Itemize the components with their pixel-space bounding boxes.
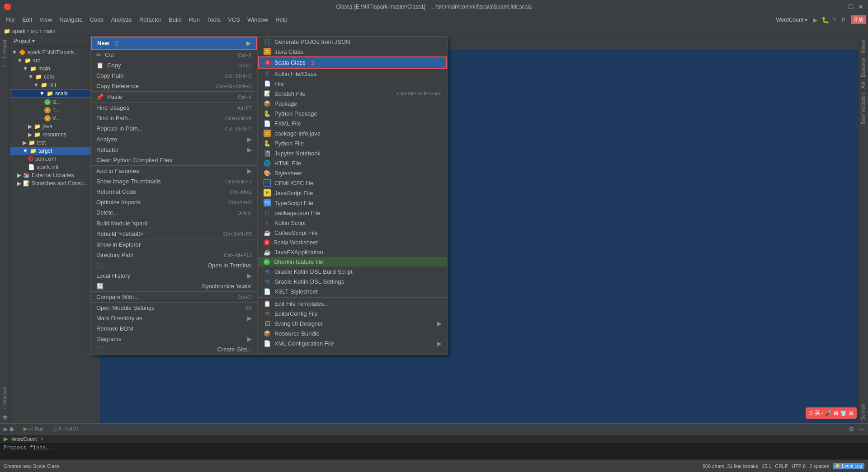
submenu-fxml[interactable]: 📄 FXML File [258, 118, 447, 128]
ctx-reformat[interactable]: Reformat Code Ctrl+Alt+L [91, 187, 257, 197]
ctx-rebuild[interactable]: Rebuild '<default>' Ctrl+Shift+F9 [91, 229, 257, 239]
ctx-clean-python[interactable]: Clean Python Compiled Files [91, 155, 257, 166]
submenu-scratch-file[interactable]: 📝 Scratch File Ctrl+Alt+Shift+Insert [258, 89, 447, 98]
submenu-editorconfig[interactable]: ⚙ EditorConfig File [258, 308, 447, 318]
tree-item-java[interactable]: ▶ 📁 java [10, 122, 100, 131]
menu-navigate[interactable]: Navigate [56, 14, 86, 26]
tree-item-spark-iml[interactable]: 📄 spark.iml [10, 163, 100, 171]
submenu-stylesheet[interactable]: 🎨 Stylesheet [258, 168, 447, 178]
ctx-local-history[interactable]: Local History ▶ [91, 271, 257, 281]
ctx-find-usages[interactable]: Find Usages Alt+F7 [91, 103, 257, 113]
line-ending[interactable]: CRLF [775, 463, 788, 469]
submenu-edit-templates[interactable]: 📋 Edit File Templates... [258, 299, 447, 308]
menu-refactor[interactable]: Refactor [136, 14, 165, 26]
tree-item-pom[interactable]: 🅜 pom.xml [10, 155, 100, 163]
tab-blank[interactable]: 2: [1, 61, 8, 69]
tree-item-main[interactable]: ▼ 📁 main [10, 65, 100, 73]
submenu-typescript[interactable]: TS TypeScript File [258, 198, 447, 208]
ctx-copy[interactable]: 📋 Copy Ctrl+C [91, 60, 257, 70]
right-panel-sciview[interactable]: SciView [860, 402, 867, 421]
ctx-replace-in-path[interactable]: Replace in Path... Ctrl+Shift+R [91, 123, 257, 134]
menu-file[interactable]: File [2, 14, 19, 26]
submenu-scala-class[interactable]: S Scala Class 3 [258, 56, 447, 69]
submenu-file[interactable]: 📄 File [258, 79, 447, 89]
tree-item-target[interactable]: ▼ 📁 target [10, 147, 100, 155]
tree-item-v[interactable]: V V... [10, 114, 100, 122]
right-panel-database[interactable]: Database [860, 56, 867, 79]
submenu-javafx[interactable]: ☕ JavaFXApplication [258, 247, 447, 257]
breadcrumb-main[interactable]: main [43, 28, 55, 34]
tree-item-s[interactable]: S S... [10, 98, 100, 106]
tree-item-scala[interactable]: ▼ 📁 scala [10, 89, 100, 98]
breadcrumb-spark[interactable]: spark [12, 28, 25, 34]
tree-item-com[interactable]: ▼ 📁 com [10, 73, 100, 81]
tree-item-niit[interactable]: ▼ 📁 niit [10, 81, 100, 89]
ctx-open-terminal[interactable]: ⬛ Open in Terminal [91, 260, 257, 271]
submenu-package-json[interactable]: { } package.json File [258, 208, 447, 218]
submenu-java-class[interactable]: C Java Class [258, 47, 447, 56]
submenu-kotlin-file[interactable]: K Kotlin File/Class [258, 69, 447, 79]
submenu-gradle-settings[interactable]: ⚙ Gradle Kotlin DSL Settings [258, 276, 447, 286]
submenu-xslt[interactable]: 📄 XSLT Stylesheet [258, 286, 447, 296]
menu-help[interactable]: Help [272, 14, 291, 26]
submenu-swing[interactable]: 🖼 Swing UI Designer ▶ [258, 318, 447, 328]
tree-item-external[interactable]: ▶ 📚 External Libraries [10, 171, 100, 179]
ctx-cut[interactable]: ✂ Cut Ctrl+X [91, 50, 257, 60]
debug-button[interactable]: 🐛 [820, 16, 831, 23]
menu-run[interactable]: Run [185, 14, 203, 26]
tab-project[interactable]: 1: Project [1, 38, 8, 61]
tree-item-spark[interactable]: ▼ 🔶 spark E:\NIIT\spark... [10, 48, 100, 56]
menu-analyze[interactable]: Analyze [108, 14, 136, 26]
ctx-paste[interactable]: 📌 Paste Ctrl+V [91, 92, 257, 103]
ctx-synchronize[interactable]: 🔄 Synchronize 'scala' [91, 281, 257, 292]
menu-tools[interactable]: Tools [203, 14, 224, 26]
run-tab-todo[interactable]: ☰ 6: TODO [49, 426, 82, 432]
menu-code[interactable]: Code [86, 14, 108, 26]
ctx-add-favorites[interactable]: Add to Favorites ▶ [91, 166, 257, 176]
ctx-module-settings[interactable]: Open Module Settings F4 [91, 303, 257, 313]
run-config-selector[interactable]: WordCount ▾ [773, 17, 811, 23]
right-panel-bean[interactable]: Bean Validation [860, 91, 867, 126]
ctx-analyze[interactable]: Analyze ▶ [91, 134, 257, 145]
indent[interactable]: 2 spaces [809, 463, 829, 469]
run-tab-run[interactable]: ▶ 4: Run [20, 425, 47, 433]
tree-item-t[interactable]: T T... [10, 106, 100, 114]
submenu-package[interactable]: 📦 Package [258, 98, 447, 108]
minimize-button[interactable]: − [837, 3, 844, 10]
submenu-coffeescript[interactable]: ☕ CoffeeScript File [258, 228, 447, 238]
submenu-resource-bundle[interactable]: 📦 Resource Bundle [258, 328, 447, 338]
submenu-jupyter[interactable]: 📓 Jupyter Notebook [258, 148, 447, 158]
run-settings-icon[interactable]: ⚙ [849, 425, 854, 433]
ctx-refactor[interactable]: Refactor ▶ [91, 145, 257, 155]
ctx-copy-path[interactable]: Copy Path Ctrl+Shift+C [91, 70, 257, 81]
right-panel-ant[interactable]: Ant [860, 80, 867, 90]
menu-build[interactable]: Build [165, 14, 185, 26]
menu-window[interactable]: Window [244, 14, 272, 26]
tab-structure[interactable]: 7: Structure [1, 385, 8, 412]
ctx-show-explorer[interactable]: Show in Explorer [91, 239, 257, 250]
submenu-python-file[interactable]: 🐍 Python File [258, 138, 447, 148]
event-log-badge[interactable]: 🔔 Event Log [833, 463, 864, 469]
context-menu-new[interactable]: New 2 ▶ [91, 37, 257, 50]
ctx-remove-bom[interactable]: Remove BOM [91, 323, 257, 334]
menu-vcs[interactable]: VCS [224, 14, 244, 26]
tree-item-resources[interactable]: ▶ 📁 resources [10, 131, 100, 139]
submenu-javascript[interactable]: JS JavaScript File [258, 188, 447, 198]
ctx-compare[interactable]: Compare With... Ctrl+D [91, 292, 257, 303]
run-button[interactable]: ▶ [811, 16, 820, 23]
ctx-show-thumbnails[interactable]: Show Image Thumbnails Ctrl+Shift+T [91, 176, 257, 187]
tree-item-src[interactable]: ▼ 📁 src [10, 56, 100, 65]
submenu-xml-config[interactable]: 📄 XML Configuration File ▶ [258, 338, 447, 348]
breadcrumb-src[interactable]: src [31, 28, 38, 34]
encoding[interactable]: UTF-8 [792, 463, 806, 469]
close-button[interactable]: ✕ [857, 3, 864, 10]
ctx-copy-ref[interactable]: Copy Reference Ctrl+Alt+Shift+C [91, 81, 257, 92]
cursor-position[interactable]: 15:1 [762, 463, 771, 469]
menu-view[interactable]: View [36, 14, 56, 26]
ctx-directory-path[interactable]: Directory Path Ctrl+Alt+F12 [91, 250, 257, 260]
submenu-python-package[interactable]: 🐍 Python Package [258, 108, 447, 118]
open-button[interactable]: 开放 [851, 15, 866, 24]
submenu-html[interactable]: 🌐 HTML File [258, 158, 447, 168]
ctx-mark-directory[interactable]: Mark Directory as ▶ [91, 313, 257, 323]
submenu-gherkin[interactable]: G Gherkin feature file [258, 257, 447, 266]
